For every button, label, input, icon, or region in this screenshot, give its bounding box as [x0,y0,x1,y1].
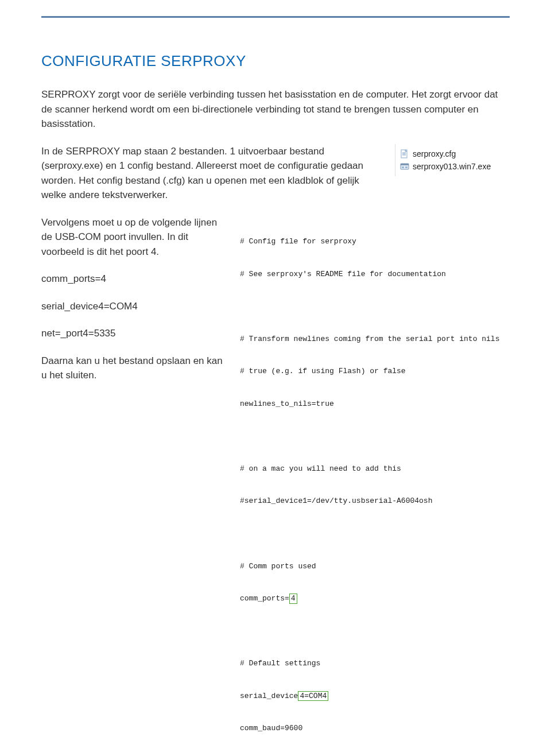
cfg-line-serialdevice: serial_device4=COM4 [240,691,510,702]
cfg-text: comm_ports= [240,594,289,603]
svg-rect-8 [405,166,408,168]
file-list: serproxy.cfg serproxy013.win7.exe [395,144,510,176]
intro-paragraph-1: SERPROXY zorgt voor de seriële verbindin… [41,87,510,131]
setting-comm-ports: comm_ports=4 [41,272,226,286]
intro-paragraph-2: In de SERPROXY map staan 2 bestanden. 1 … [41,144,381,203]
cfg-line: #serial_device1=/dev/tty.usbserial-A6004… [240,496,510,507]
cfg-line: comm_baud=9600 [240,723,510,734]
cfg-line: # Config file for serproxy [240,237,510,247]
cfg-line: newlines_to_nils=true [240,399,510,410]
file-item-cfg: serproxy.cfg [400,148,502,160]
svg-rect-7 [402,166,404,168]
exe-file-icon [400,162,409,171]
cfg-line: # Comm ports used [240,561,510,572]
cfg-line: # Transform newlines coming from the ser… [240,334,510,345]
file-name-exe: serproxy013.win7.exe [413,162,491,171]
highlight-box: 4=COM4 [298,691,328,701]
paragraph-4: Daarna kan u het bestand opslaan en kan … [41,354,226,383]
cfg-file-icon [400,149,409,158]
cfg-line: # Default settings [240,658,510,669]
paragraph-3: Vervolgens moet u op de volgende lijnen … [41,215,226,259]
cfg-line: # See serproxy's README file for documen… [240,269,510,280]
cfg-line: # true (e.g. if using Flash) or false [240,366,510,377]
highlight-box: 4 [289,594,297,604]
config-file-content: # Config file for serproxy # See serprox… [240,215,510,757]
cfg-line-commports: comm_ports=4 [240,594,510,604]
cfg-line: # on a mac you will need to add this [240,464,510,475]
svg-rect-6 [401,164,409,165]
file-name-cfg: serproxy.cfg [413,149,456,158]
setting-net-port: net=_port4=5335 [41,326,226,341]
top-rule [41,16,510,18]
cfg-text: serial_device [240,692,298,700]
setting-serial-device: serial_device4=COM4 [41,299,226,314]
page-title: CONFIGURATIE SERPROXY [41,52,510,70]
file-item-exe: serproxy013.win7.exe [400,160,502,173]
